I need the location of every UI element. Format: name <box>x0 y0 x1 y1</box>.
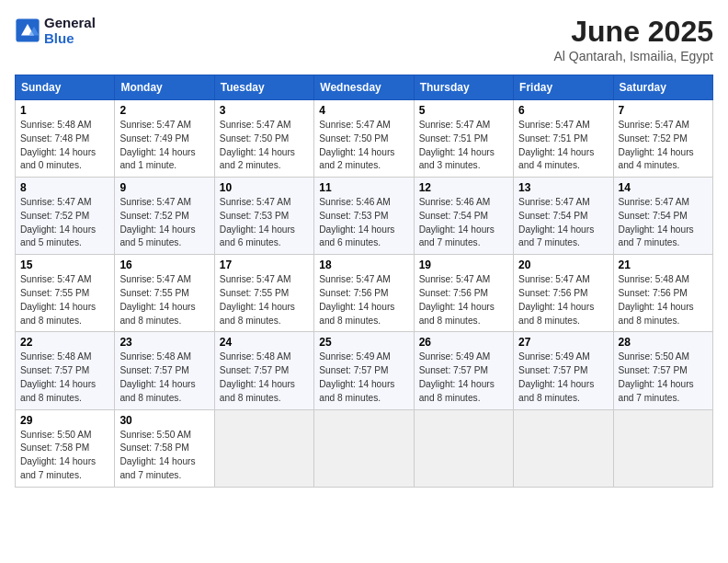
day-cell: 23 Sunrise: 5:48 AMSunset: 7:57 PMDaylig… <box>115 332 214 409</box>
day-number: 5 <box>419 104 508 117</box>
calendar-row: 15 Sunrise: 5:47 AMSunset: 7:55 PMDaylig… <box>16 255 713 332</box>
col-sunday: Sunday <box>16 75 115 100</box>
col-thursday: Thursday <box>414 75 513 100</box>
day-info: Sunrise: 5:47 AMSunset: 7:49 PMDaylight:… <box>119 119 209 173</box>
day-info: Sunrise: 5:47 AMSunset: 7:55 PMDaylight:… <box>20 273 109 327</box>
day-cell: 15 Sunrise: 5:47 AMSunset: 7:55 PMDaylig… <box>16 255 115 332</box>
day-info: Sunrise: 5:47 AMSunset: 7:53 PMDaylight:… <box>220 196 309 250</box>
day-cell: 13 Sunrise: 5:47 AMSunset: 7:54 PMDaylig… <box>514 178 613 255</box>
day-cell: 6 Sunrise: 5:47 AMSunset: 7:51 PMDayligh… <box>514 100 613 178</box>
day-cell: 10 Sunrise: 5:47 AMSunset: 7:53 PMDaylig… <box>214 178 313 255</box>
day-info: Sunrise: 5:48 AMSunset: 7:57 PMDaylight:… <box>220 350 309 405</box>
day-number: 16 <box>119 259 209 271</box>
day-info: Sunrise: 5:47 AMSunset: 7:51 PMDaylight:… <box>518 119 608 173</box>
day-info: Sunrise: 5:47 AMSunset: 7:52 PMDaylight:… <box>119 196 209 250</box>
day-cell: 17 Sunrise: 5:47 AMSunset: 7:55 PMDaylig… <box>214 255 313 332</box>
logo-text: General Blue <box>44 15 96 46</box>
day-number: 6 <box>518 104 608 117</box>
logo: General Blue <box>15 15 96 46</box>
day-number: 9 <box>119 181 209 194</box>
calendar-table: Sunday Monday Tuesday Wednesday Thursday… <box>15 75 713 488</box>
col-monday: Monday <box>115 75 214 100</box>
day-cell: 2 Sunrise: 5:47 AMSunset: 7:49 PMDayligh… <box>115 100 214 178</box>
day-info: Sunrise: 5:47 AMSunset: 7:52 PMDaylight:… <box>619 119 708 173</box>
day-number: 30 <box>119 414 209 427</box>
day-info: Sunrise: 5:47 AMSunset: 7:54 PMDaylight:… <box>619 196 708 250</box>
calendar-row: 22 Sunrise: 5:48 AMSunset: 7:57 PMDaylig… <box>16 332 713 409</box>
day-number: 15 <box>20 259 109 271</box>
day-info: Sunrise: 5:48 AMSunset: 7:57 PMDaylight:… <box>20 350 109 405</box>
day-cell: 27 Sunrise: 5:49 AMSunset: 7:57 PMDaylig… <box>514 332 613 409</box>
calendar-row: 29 Sunrise: 5:50 AMSunset: 7:58 PMDaylig… <box>16 409 713 487</box>
day-info: Sunrise: 5:47 AMSunset: 7:50 PMDaylight:… <box>319 119 408 173</box>
day-number: 7 <box>619 104 708 117</box>
empty-cell <box>414 409 513 487</box>
day-cell: 22 Sunrise: 5:48 AMSunset: 7:57 PMDaylig… <box>16 332 115 409</box>
col-wednesday: Wednesday <box>314 75 414 100</box>
day-info: Sunrise: 5:47 AMSunset: 7:56 PMDaylight:… <box>419 273 508 327</box>
day-cell: 24 Sunrise: 5:48 AMSunset: 7:57 PMDaylig… <box>214 332 313 409</box>
day-cell: 11 Sunrise: 5:46 AMSunset: 7:53 PMDaylig… <box>314 178 414 255</box>
day-info: Sunrise: 5:47 AMSunset: 7:55 PMDaylight:… <box>119 273 209 327</box>
day-cell: 29 Sunrise: 5:50 AMSunset: 7:58 PMDaylig… <box>16 409 115 487</box>
day-number: 14 <box>619 181 708 194</box>
empty-cell <box>613 409 712 487</box>
day-number: 29 <box>20 414 109 427</box>
day-number: 17 <box>220 259 309 271</box>
day-number: 24 <box>220 336 309 349</box>
empty-cell <box>314 409 414 487</box>
day-number: 19 <box>419 259 508 271</box>
day-number: 1 <box>20 104 109 117</box>
day-cell: 4 Sunrise: 5:47 AMSunset: 7:50 PMDayligh… <box>314 100 414 178</box>
day-cell: 5 Sunrise: 5:47 AMSunset: 7:51 PMDayligh… <box>414 100 513 178</box>
day-info: Sunrise: 5:47 AMSunset: 7:56 PMDaylight:… <box>319 273 408 327</box>
day-info: Sunrise: 5:46 AMSunset: 7:54 PMDaylight:… <box>419 196 508 250</box>
empty-cell <box>514 409 613 487</box>
logo-icon <box>15 17 40 43</box>
day-number: 22 <box>20 336 109 349</box>
day-info: Sunrise: 5:47 AMSunset: 7:52 PMDaylight:… <box>20 196 109 250</box>
day-info: Sunrise: 5:49 AMSunset: 7:57 PMDaylight:… <box>319 350 408 405</box>
day-number: 25 <box>319 336 408 349</box>
day-info: Sunrise: 5:50 AMSunset: 7:57 PMDaylight:… <box>619 350 708 405</box>
day-cell: 7 Sunrise: 5:47 AMSunset: 7:52 PMDayligh… <box>613 100 712 178</box>
day-number: 3 <box>220 104 309 117</box>
day-number: 18 <box>319 259 408 271</box>
day-cell: 26 Sunrise: 5:49 AMSunset: 7:57 PMDaylig… <box>414 332 513 409</box>
empty-cell <box>214 409 313 487</box>
day-cell: 30 Sunrise: 5:50 AMSunset: 7:58 PMDaylig… <box>115 409 214 487</box>
day-cell: 14 Sunrise: 5:47 AMSunset: 7:54 PMDaylig… <box>613 178 712 255</box>
day-info: Sunrise: 5:47 AMSunset: 7:51 PMDaylight:… <box>419 119 508 173</box>
day-number: 20 <box>518 259 608 271</box>
day-number: 2 <box>119 104 209 117</box>
day-number: 21 <box>619 259 708 271</box>
day-cell: 9 Sunrise: 5:47 AMSunset: 7:52 PMDayligh… <box>115 178 214 255</box>
day-info: Sunrise: 5:47 AMSunset: 7:54 PMDaylight:… <box>518 196 608 250</box>
day-info: Sunrise: 5:46 AMSunset: 7:53 PMDaylight:… <box>319 196 408 250</box>
day-info: Sunrise: 5:50 AMSunset: 7:58 PMDaylight:… <box>20 429 109 483</box>
calendar-header-row: Sunday Monday Tuesday Wednesday Thursday… <box>16 75 713 100</box>
title-area: June 2025 Al Qantarah, Ismailia, Egypt <box>553 15 713 63</box>
day-number: 23 <box>119 336 209 349</box>
day-info: Sunrise: 5:49 AMSunset: 7:57 PMDaylight:… <box>518 350 608 405</box>
day-number: 10 <box>220 181 309 194</box>
day-cell: 1 Sunrise: 5:48 AMSunset: 7:48 PMDayligh… <box>16 100 115 178</box>
page-header: General Blue June 2025 Al Qantarah, Isma… <box>15 15 713 63</box>
location: Al Qantarah, Ismailia, Egypt <box>553 49 713 63</box>
day-info: Sunrise: 5:50 AMSunset: 7:58 PMDaylight:… <box>119 429 209 483</box>
day-number: 28 <box>619 336 708 349</box>
calendar-row: 1 Sunrise: 5:48 AMSunset: 7:48 PMDayligh… <box>16 100 713 178</box>
day-number: 8 <box>20 181 109 194</box>
day-number: 13 <box>518 181 608 194</box>
day-info: Sunrise: 5:48 AMSunset: 7:48 PMDaylight:… <box>20 119 109 173</box>
day-cell: 21 Sunrise: 5:48 AMSunset: 7:56 PMDaylig… <box>613 255 712 332</box>
day-info: Sunrise: 5:49 AMSunset: 7:57 PMDaylight:… <box>419 350 508 405</box>
day-info: Sunrise: 5:47 AMSunset: 7:50 PMDaylight:… <box>220 119 309 173</box>
col-friday: Friday <box>514 75 613 100</box>
day-number: 4 <box>319 104 408 117</box>
day-number: 27 <box>518 336 608 349</box>
day-cell: 20 Sunrise: 5:47 AMSunset: 7:56 PMDaylig… <box>514 255 613 332</box>
day-cell: 3 Sunrise: 5:47 AMSunset: 7:50 PMDayligh… <box>214 100 313 178</box>
day-cell: 12 Sunrise: 5:46 AMSunset: 7:54 PMDaylig… <box>414 178 513 255</box>
day-cell: 16 Sunrise: 5:47 AMSunset: 7:55 PMDaylig… <box>115 255 214 332</box>
